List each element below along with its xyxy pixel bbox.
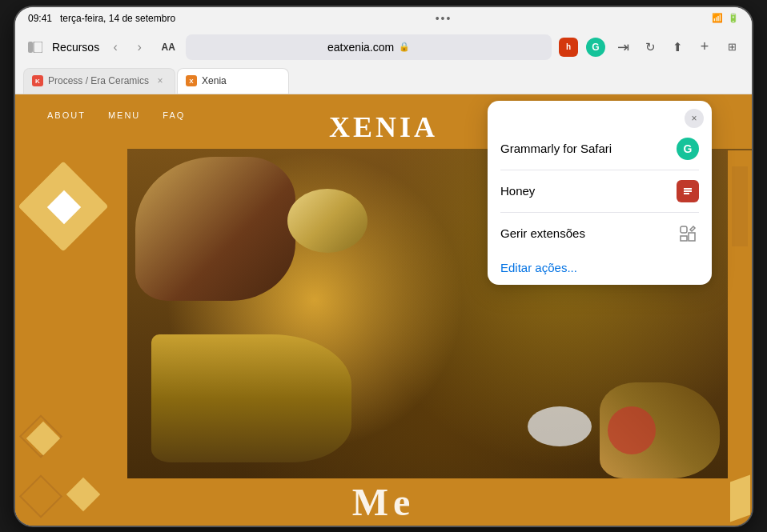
svg-rect-1	[34, 42, 42, 53]
honey-popup-icon	[677, 180, 699, 202]
sidebar-label: Recursos	[52, 41, 99, 54]
reload-button[interactable]: ↻	[638, 35, 662, 59]
grammarly-item[interactable]: Grammarly for Safari G	[488, 128, 712, 170]
svg-rect-0	[28, 42, 33, 53]
lock-icon: 🔒	[399, 42, 410, 52]
xenia-logo: XENiA	[329, 110, 438, 144]
toolbar: Recursos ‹ › AA eatxenia.com 🔒 h G	[15, 30, 752, 65]
tab-xenia[interactable]: X Xenia	[177, 68, 289, 94]
battery-icon: 🔋	[728, 13, 739, 23]
tab-label-xenia: Xenia	[202, 75, 227, 86]
date: terça-feira, 14 de setembro	[60, 13, 175, 24]
content-area: ABOUT MENU FAQ XENiA	[15, 94, 752, 526]
grammarly-popup-icon: G	[677, 138, 699, 160]
honey-toolbar-icon[interactable]: h	[556, 35, 580, 59]
geo-right	[728, 150, 752, 526]
popup-header: ×	[488, 101, 712, 128]
tab-favicon-xenia: X	[186, 75, 197, 86]
edit-actions-container: Editar ações...	[488, 254, 712, 278]
tab-close-process[interactable]: ×	[154, 74, 167, 87]
status-left: 09:41 terça-feira, 14 de setembro	[28, 13, 175, 24]
nav-faq[interactable]: FAQ	[163, 110, 185, 120]
geo-bottom-pattern	[19, 414, 107, 518]
aa-button[interactable]: AA	[155, 34, 181, 60]
edit-actions-link[interactable]: Editar ações...	[500, 261, 577, 274]
tabs-button[interactable]: ⊞	[720, 35, 744, 59]
tab-label-process: Process / Era Ceramics	[48, 75, 149, 86]
wifi-icon: 📶	[712, 13, 723, 23]
honey-icon-small: h	[559, 38, 578, 57]
popup-close-button[interactable]: ×	[685, 109, 704, 128]
bottom-text: Me	[352, 480, 416, 524]
toolbar-actions: h G ⇥ ↻ ⬆ + ⊞	[556, 35, 744, 59]
address-bar[interactable]: eatxenia.com 🔒	[186, 34, 552, 60]
nav-menu[interactable]: MENU	[108, 110, 140, 120]
status-bar: 09:41 terça-feira, 14 de setembro ••• 📶 …	[15, 7, 752, 30]
status-right: 📶 🔋	[712, 13, 739, 23]
tab-favicon-process: K	[32, 75, 43, 86]
tabs-row: K Process / Era Ceramics × X Xenia	[15, 65, 752, 94]
nav-about[interactable]: ABOUT	[47, 110, 86, 120]
manage-extensions-icon	[677, 222, 699, 245]
time: 09:41	[28, 13, 52, 24]
xenia-nav-links: ABOUT MENU FAQ	[47, 110, 185, 120]
nav-buttons: ‹ ›	[104, 36, 151, 58]
grammarly-toolbar-icon[interactable]: G	[584, 35, 608, 59]
share-button[interactable]: ⬆	[665, 35, 689, 59]
grammarly-icon-small: G	[586, 38, 605, 57]
grammarly-label: Grammarly for Safari	[500, 142, 667, 155]
tab-process[interactable]: K Process / Era Ceramics ×	[23, 68, 175, 94]
manage-label: Gerir extensões	[500, 226, 667, 240]
new-tab-button[interactable]: +	[693, 35, 717, 59]
back-button[interactable]: ‹	[104, 36, 126, 58]
manage-extensions-item[interactable]: Gerir extensões	[488, 213, 712, 254]
extensions-toolbar-button[interactable]: ⇥	[611, 35, 635, 59]
extensions-popup: × Grammarly for Safari G Honey	[488, 101, 712, 285]
site-address: eatxenia.com	[327, 41, 394, 54]
honey-label: Honey	[500, 184, 667, 198]
ipad-frame: 09:41 terça-feira, 14 de setembro ••• 📶 …	[15, 7, 752, 526]
forward-button[interactable]: ›	[128, 36, 151, 58]
browser-chrome: Recursos ‹ › AA eatxenia.com 🔒 h G	[15, 30, 752, 94]
more-dots: •••	[436, 12, 452, 25]
geo-left	[15, 150, 127, 526]
honey-item[interactable]: Honey	[488, 170, 712, 212]
svg-rect-2	[681, 226, 687, 233]
sidebar-button[interactable]	[23, 35, 47, 59]
